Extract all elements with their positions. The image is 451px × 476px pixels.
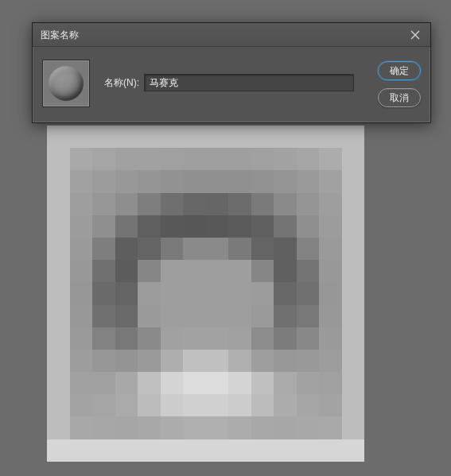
pattern-name-input[interactable] <box>144 74 354 91</box>
pattern-name-dialog: 图案名称 名称(N): 确定 取消 <box>32 22 431 123</box>
mosaic-preview <box>47 126 364 462</box>
cancel-button[interactable]: 取消 <box>378 88 421 107</box>
pattern-thumbnail-image <box>49 66 84 101</box>
dialog-title: 图案名称 <box>41 23 79 47</box>
close-icon <box>410 30 420 40</box>
close-button[interactable] <box>408 28 422 42</box>
name-label: 名称(N): <box>104 76 139 90</box>
pattern-thumbnail <box>42 60 90 107</box>
document-canvas <box>47 126 364 462</box>
name-row: 名称(N): <box>104 74 354 91</box>
dialog-titlebar[interactable]: 图案名称 <box>33 23 430 47</box>
ok-button[interactable]: 确定 <box>378 61 421 80</box>
